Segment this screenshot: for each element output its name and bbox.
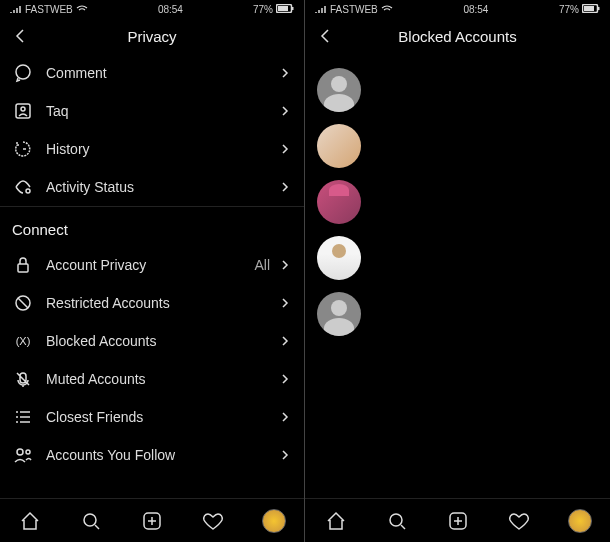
menu-label: Accounts You Follow <box>46 447 278 463</box>
carrier-label: FASTWEB <box>25 4 73 15</box>
chevron-right-icon <box>278 411 292 423</box>
time-label: 08:54 <box>158 4 183 15</box>
svg-point-11 <box>26 450 30 454</box>
tag-icon <box>12 100 34 122</box>
svg-point-3 <box>16 65 30 79</box>
bottom-nav <box>0 498 304 542</box>
avatar <box>317 68 361 112</box>
menu-label: Taq <box>46 103 278 119</box>
nav-home[interactable] <box>322 507 350 535</box>
history-icon <box>12 138 34 160</box>
section-connect: Connect <box>0 206 304 246</box>
menu-closest-friends[interactable]: Closest Friends <box>0 398 304 436</box>
back-button[interactable] <box>10 26 30 46</box>
menu-muted[interactable]: Muted Accounts <box>0 360 304 398</box>
menu-comment[interactable]: Comment <box>0 54 304 92</box>
muted-icon <box>12 368 34 390</box>
svg-point-6 <box>26 189 30 193</box>
time-label: 08:54 <box>463 4 488 15</box>
friends-icon <box>12 406 34 428</box>
nav-home[interactable] <box>16 507 44 535</box>
svg-point-5 <box>21 107 25 111</box>
battery-icon <box>582 4 600 15</box>
privacy-screen: FASTWEB 08:54 77% Privacy Comment <box>0 0 305 542</box>
profile-avatar-icon <box>262 509 286 533</box>
blocked-screen: FASTWEB 08:54 77% Blocked Accounts <box>305 0 610 542</box>
blocked-account-row[interactable] <box>317 62 598 118</box>
svg-rect-1 <box>278 6 288 11</box>
status-bar: FASTWEB 08:54 77% <box>305 0 610 18</box>
page-title: Privacy <box>0 28 304 45</box>
signal-icon <box>10 4 22 15</box>
svg-point-10 <box>17 449 23 455</box>
menu-accounts-follow[interactable]: Accounts You Follow <box>0 436 304 474</box>
nav-activity[interactable] <box>199 507 227 535</box>
chevron-right-icon <box>278 449 292 461</box>
menu-label: Muted Accounts <box>46 371 278 387</box>
chevron-right-icon <box>278 373 292 385</box>
wifi-icon <box>381 4 393 15</box>
header: Blocked Accounts <box>305 18 610 54</box>
avatar <box>317 124 361 168</box>
menu-label: Activity Status <box>46 179 278 195</box>
activity-icon <box>12 176 34 198</box>
menu-label: Account Privacy <box>46 257 254 273</box>
svg-rect-7 <box>18 264 28 272</box>
menu-label: Closest Friends <box>46 409 278 425</box>
menu-history[interactable]: History <box>0 130 304 168</box>
chevron-right-icon <box>278 143 292 155</box>
nav-search[interactable] <box>383 507 411 535</box>
blocked-account-row[interactable] <box>317 118 598 174</box>
svg-point-17 <box>390 514 402 526</box>
page-title: Blocked Accounts <box>305 28 610 45</box>
signal-icon <box>315 4 327 15</box>
menu-blocked[interactable]: (X) Blocked Accounts <box>0 322 304 360</box>
menu-label: Comment <box>46 65 278 81</box>
chevron-right-icon <box>278 181 292 193</box>
restricted-icon <box>12 292 34 314</box>
menu-activity[interactable]: Activity Status <box>0 168 304 206</box>
blocked-account-row[interactable] <box>317 230 598 286</box>
chevron-right-icon <box>278 297 292 309</box>
battery-icon <box>276 4 294 15</box>
carrier-label: FASTWEB <box>330 4 378 15</box>
nav-profile[interactable] <box>260 507 288 535</box>
header: Privacy <box>0 18 304 54</box>
comment-icon <box>12 62 34 84</box>
status-bar: FASTWEB 08:54 77% <box>0 0 304 18</box>
nav-create[interactable] <box>138 507 166 535</box>
chevron-right-icon <box>278 67 292 79</box>
menu-value: All <box>254 257 270 273</box>
blocked-list <box>305 54 610 498</box>
menu-label: Blocked Accounts <box>46 333 278 349</box>
follow-icon <box>12 444 34 466</box>
menu-account-privacy[interactable]: Account Privacy All <box>0 246 304 284</box>
nav-profile[interactable] <box>566 507 594 535</box>
profile-avatar-icon <box>568 509 592 533</box>
nav-create[interactable] <box>444 507 472 535</box>
battery-pct: 77% <box>559 4 579 15</box>
svg-rect-16 <box>598 7 600 10</box>
nav-search[interactable] <box>77 507 105 535</box>
chevron-right-icon <box>278 105 292 117</box>
blocked-account-row[interactable] <box>317 174 598 230</box>
menu-restricted[interactable]: Restricted Accounts <box>0 284 304 322</box>
nav-activity[interactable] <box>505 507 533 535</box>
chevron-right-icon <box>278 335 292 347</box>
menu-label: Restricted Accounts <box>46 295 278 311</box>
lock-icon <box>12 254 34 276</box>
avatar <box>317 180 361 224</box>
svg-rect-15 <box>584 6 594 11</box>
chevron-right-icon <box>278 259 292 271</box>
wifi-icon <box>76 4 88 15</box>
svg-point-12 <box>84 514 96 526</box>
svg-rect-2 <box>292 7 294 10</box>
avatar <box>317 292 361 336</box>
blocked-icon: (X) <box>12 330 34 352</box>
back-button[interactable] <box>315 26 335 46</box>
avatar <box>317 236 361 280</box>
menu-tag[interactable]: Taq <box>0 92 304 130</box>
battery-pct: 77% <box>253 4 273 15</box>
settings-list: Comment Taq History Activity Status Conn… <box>0 54 304 498</box>
blocked-account-row[interactable] <box>317 286 598 342</box>
